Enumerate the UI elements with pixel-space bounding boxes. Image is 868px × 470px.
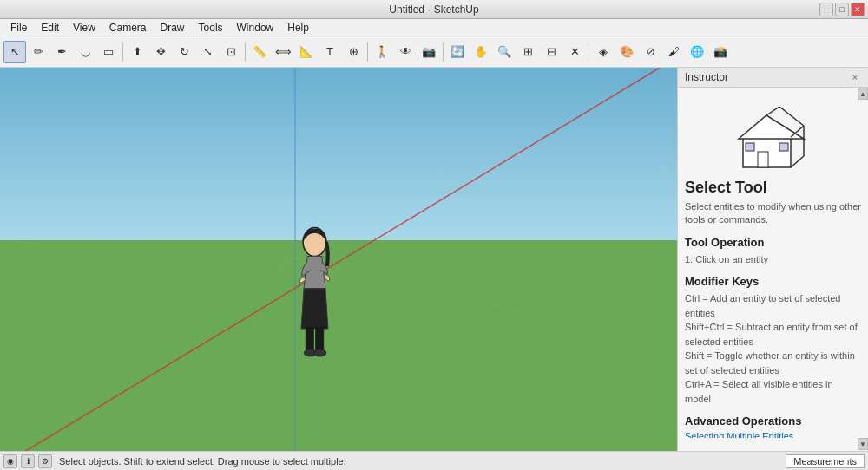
instructor-panel: Instructor × ▲	[677, 68, 868, 451]
toolbar-tool-match[interactable]: 📸	[709, 41, 732, 63]
toolbar-tool-tape[interactable]: 📏	[248, 41, 271, 63]
human-figure	[286, 226, 343, 369]
toolbar-tool-dimensions[interactable]: ⟺	[272, 41, 294, 63]
toolbar-separator-11	[245, 42, 246, 62]
status-text: Select objects. Shift to extend select. …	[59, 456, 346, 467]
toolbar-separator-28	[589, 42, 589, 62]
section-title-modifier-keys: Modifier Keys	[685, 275, 861, 288]
instructor-content[interactable]: Select Tool Select entities to modify wh…	[678, 100, 868, 438]
toolbar-tool-x[interactable]: ✕	[563, 41, 586, 63]
scroll-down-arrow[interactable]: ▼	[858, 438, 868, 450]
toolbar-tool-section[interactable]: ⊘	[639, 41, 661, 63]
section-title-tool-operation: Tool Operation	[685, 236, 861, 249]
main-area: Instructor × ▲	[0, 68, 868, 451]
svg-rect-21	[746, 143, 754, 151]
svg-line-3	[295, 258, 660, 345]
section-title-advanced-operations: Advanced Operations	[685, 415, 861, 428]
minimize-button[interactable]: ─	[819, 3, 833, 16]
menu-item-view[interactable]: View	[66, 20, 102, 36]
section-content-tool-operation: 1. Click on an entity	[685, 252, 861, 267]
svg-rect-15	[316, 327, 324, 352]
menu-item-window[interactable]: Window	[230, 20, 281, 36]
toolbar-tool-eraser[interactable]: ✏	[27, 41, 49, 63]
link-selecting-multiple[interactable]: Selecting Multiple Entities	[685, 431, 861, 438]
menu-item-edit[interactable]: Edit	[34, 20, 66, 36]
toolbar-tool-push-pull[interactable]: ⬆	[126, 41, 148, 63]
toolbar-tool-geo[interactable]: 🌐	[686, 41, 708, 63]
status-icon-2[interactable]: ℹ	[21, 454, 35, 468]
titlebar-title: Untitled - SketchUp	[389, 3, 478, 16]
statusbar: ◉ ℹ ⚙ Select objects. Shift to extend se…	[0, 451, 868, 470]
titlebar: Untitled - SketchUp ─ □ ✕	[0, 0, 868, 19]
svg-line-2	[0, 258, 295, 415]
status-icon-1[interactable]: ◉	[3, 454, 17, 468]
toolbar-tool-components[interactable]: ◈	[592, 41, 615, 63]
toolbar-tool-move[interactable]: ✥	[149, 41, 172, 63]
svg-line-7	[295, 258, 660, 415]
toolbar-tool-walk[interactable]: 🚶	[371, 41, 393, 63]
toolbar-tool-axes[interactable]: ⊕	[342, 41, 365, 63]
svg-line-5	[295, 258, 660, 293]
scroll-up-arrow[interactable]: ▲	[858, 88, 868, 100]
toolbar-tool-select[interactable]: ↖	[3, 41, 26, 63]
status-icons: ◉ ℹ ⚙	[3, 454, 52, 468]
close-button[interactable]: ✕	[851, 3, 865, 16]
svg-line-6	[0, 258, 295, 451]
svg-point-17	[313, 349, 326, 356]
toolbar-tool-paint[interactable]: 🖌	[662, 41, 685, 63]
section-content-modifier-keys: Ctrl = Add an entity to set of selected …	[685, 291, 861, 406]
toolbar: ↖✏✒◡▭⬆✥↻⤡⊡📏⟺📐T⊕🚶👁📷🔄✋🔍⊞⊟✕◈🎨⊘🖌🌐📸	[0, 36, 868, 68]
house-icon	[730, 107, 817, 172]
toolbar-tool-pan[interactable]: ✋	[470, 41, 492, 63]
toolbar-tool-zoom-window[interactable]: ⊞	[516, 41, 539, 63]
instructor-close-button[interactable]: ×	[849, 71, 861, 83]
toolbar-tool-material[interactable]: 🎨	[615, 41, 638, 63]
toolbar-tool-rotate[interactable]: ↻	[173, 41, 195, 63]
toolbar-tool-zoom[interactable]: 🔍	[493, 41, 516, 63]
svg-line-26	[766, 107, 779, 115]
viewport[interactable]	[0, 68, 677, 451]
instructor-tool-title: Select Tool	[685, 179, 861, 197]
svg-line-27	[779, 107, 804, 126]
svg-rect-22	[779, 143, 788, 151]
menu-item-help[interactable]: Help	[280, 20, 316, 36]
toolbar-tool-shape[interactable]: ▭	[97, 41, 120, 63]
toolbar-separator-17	[367, 42, 368, 62]
toolbar-tool-zoom-extents[interactable]: ⊟	[540, 41, 562, 63]
toolbar-tool-text[interactable]: T	[319, 41, 341, 63]
toolbar-tool-protractor[interactable]: 📐	[295, 41, 318, 63]
measurements-box: Measurements	[786, 454, 865, 468]
instructor-header: Instructor ×	[678, 68, 868, 88]
measurements-label: Measurements	[793, 456, 857, 467]
svg-rect-14	[306, 327, 313, 352]
toolbar-separator-21	[443, 42, 444, 62]
menu-item-file[interactable]: File	[3, 20, 34, 36]
svg-line-25	[791, 156, 804, 167]
toolbar-tool-look-around[interactable]: 👁	[394, 41, 417, 63]
menu-item-draw[interactable]: Draw	[154, 20, 192, 36]
instructor-tool-description: Select entities to modify when using oth…	[685, 200, 861, 227]
menu-item-camera[interactable]: Camera	[102, 20, 154, 36]
toolbar-separator-5	[122, 42, 123, 62]
toolbar-tool-pencil[interactable]: ✒	[50, 41, 73, 63]
menu-item-tools[interactable]: Tools	[192, 20, 230, 36]
menubar: FileEditViewCameraDrawToolsWindowHelp	[0, 19, 868, 36]
toolbar-tool-position-camera[interactable]: 📷	[418, 41, 440, 63]
instructor-header-label: Instructor	[685, 71, 728, 83]
toolbar-tool-arc[interactable]: ◡	[74, 41, 96, 63]
toolbar-tool-scale[interactable]: ⤡	[196, 41, 219, 63]
svg-rect-20	[758, 152, 768, 167]
maximize-button[interactable]: □	[835, 3, 849, 16]
toolbar-tool-offset[interactable]: ⊡	[220, 41, 242, 63]
toolbar-tool-orbit[interactable]: 🔄	[446, 41, 469, 63]
status-icon-3[interactable]: ⚙	[38, 454, 52, 468]
